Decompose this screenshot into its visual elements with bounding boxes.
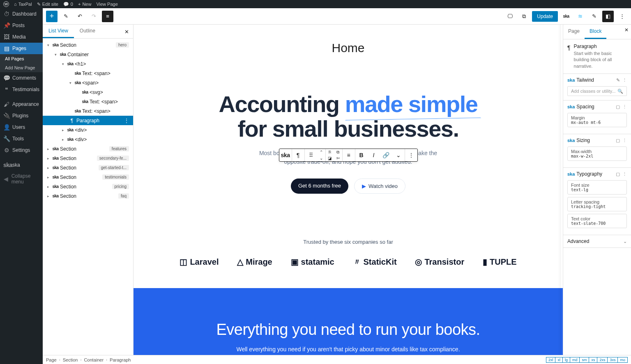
- undo-button[interactable]: ↶: [74, 11, 85, 22]
- listview-toggle-button[interactable]: ≡: [102, 11, 113, 22]
- tree-section-testimonials[interactable]: ▸skaSectiontestimonials: [43, 172, 133, 182]
- add-block-button[interactable]: +: [46, 11, 58, 22]
- menu-tools[interactable]: 🔧Tools: [0, 133, 43, 144]
- toolbar-copy[interactable]: ⎘: [326, 149, 334, 155]
- reset-icon[interactable]: ▢: [616, 104, 620, 110]
- page-title[interactable]: Home: [158, 41, 538, 55]
- ska-topbar-icon[interactable]: ska: [560, 11, 572, 22]
- menu-posts[interactable]: 📌Posts: [0, 20, 43, 31]
- tree-text-span-1[interactable]: skaText: <span>: [43, 69, 133, 78]
- comments-count[interactable]: 💬0: [63, 2, 73, 7]
- cta-secondary-button[interactable]: ▶Watch video: [354, 179, 405, 194]
- bc-container[interactable]: Container: [84, 357, 104, 362]
- edit-tool-button[interactable]: ✎: [60, 11, 71, 22]
- textcolor-prop[interactable]: Text colortext-slate-700: [567, 214, 627, 228]
- tab-listview[interactable]: List View: [43, 25, 74, 38]
- tab-block[interactable]: Block: [585, 25, 606, 39]
- reset-icon[interactable]: ▢: [616, 138, 620, 143]
- toolbar-move-down[interactable]: ⌄: [317, 155, 325, 161]
- view-page[interactable]: View Page: [96, 2, 117, 7]
- features-title[interactable]: Everything you need to run your books.: [158, 321, 538, 339]
- more-icon[interactable]: ⋮: [622, 78, 627, 83]
- options-button[interactable]: ⋮: [616, 11, 628, 22]
- tree-container[interactable]: ▾skaContainer: [43, 50, 133, 59]
- tree-row-options[interactable]: ⋮: [122, 118, 131, 124]
- menu-settings[interactable]: ⚙Settings: [0, 144, 43, 156]
- add-classes-input[interactable]: Add classes or utility...🔍: [567, 86, 627, 96]
- submenu-add-new[interactable]: Add New Page: [0, 63, 43, 72]
- bp-sm[interactable]: sm: [580, 357, 589, 362]
- menu-comments[interactable]: 💬Comments: [0, 72, 43, 84]
- bp-lg[interactable]: lg: [563, 357, 570, 362]
- tree-svg[interactable]: ska<svg>: [43, 87, 133, 97]
- more-icon[interactable]: ⋮: [622, 138, 627, 143]
- tree-section-faq[interactable]: ▸skaSectionfaq: [43, 191, 133, 201]
- editor-canvas[interactable]: Home Accounting made simple for small bu…: [134, 25, 563, 364]
- settings-close-button[interactable]: ✕: [624, 27, 629, 33]
- tree-text-span-3[interactable]: skaText: <span>: [43, 106, 133, 116]
- update-button[interactable]: Update: [532, 11, 558, 22]
- menu-plugins[interactable]: 🔌Plugins: [0, 110, 43, 121]
- submenu-all-pages[interactable]: All Pages: [0, 54, 43, 63]
- panel-advanced[interactable]: Advanced⌄: [563, 235, 631, 248]
- bp-md[interactable]: md: [570, 357, 580, 362]
- toolbar-duplicate[interactable]: ⧉: [334, 149, 342, 155]
- tree-paragraph[interactable]: ¶Paragraph⋮: [43, 116, 133, 125]
- new-content[interactable]: +New: [78, 2, 91, 7]
- redo-button[interactable]: ↷: [88, 11, 99, 22]
- bp-2xl[interactable]: 2xl: [546, 357, 556, 362]
- tree-h1[interactable]: ▾ska<h1>: [43, 59, 133, 69]
- toolbar-paragraph-icon[interactable]: ¶: [292, 149, 304, 161]
- toolbar-drag[interactable]: ⠿: [305, 149, 317, 161]
- tree-section-secondary[interactable]: ▸skaSectionsecondary-fe...: [43, 153, 133, 163]
- tree-section-hero[interactable]: ▾skaSectionhero: [43, 40, 133, 50]
- toolbar-italic[interactable]: I: [368, 149, 380, 161]
- menu-appearance[interactable]: 🖌Appearance: [0, 98, 43, 110]
- tree-div-2[interactable]: ▸ska<div>: [43, 135, 133, 144]
- hero-title[interactable]: Accounting made simple for small busines…: [158, 92, 538, 142]
- menu-users[interactable]: 👤Users: [0, 121, 43, 133]
- reset-icon[interactable]: ▢: [616, 172, 620, 177]
- toolbar-cut[interactable]: ✄: [334, 155, 342, 161]
- bc-page[interactable]: Page: [46, 357, 57, 362]
- bc-paragraph[interactable]: Paragraph: [110, 357, 131, 362]
- letterspacing-prop[interactable]: Letter spacingtracking-tight: [567, 197, 627, 211]
- menu-dashboard[interactable]: ⏱Dashboard: [0, 8, 43, 20]
- tree-span[interactable]: ▾ska<span>: [43, 78, 133, 87]
- tree-section-pricing[interactable]: ▸skaSectionpricing: [43, 182, 133, 191]
- toolbar-paste[interactable]: ◪: [326, 155, 334, 161]
- maxwidth-prop[interactable]: Max-widthmax-w-2xl: [567, 147, 627, 161]
- bp-2xs[interactable]: 2xs: [597, 357, 608, 362]
- tree-section-features[interactable]: ▸skaSectionfeatures: [43, 144, 133, 153]
- settings-toggle-button[interactable]: ◧: [602, 11, 614, 22]
- bp-3xs[interactable]: 3xs: [608, 357, 618, 362]
- toolbar-options[interactable]: ⋮: [405, 149, 417, 161]
- menu-media[interactable]: 🖾Media: [0, 31, 43, 43]
- site-name[interactable]: ⌂TaxPal: [14, 2, 32, 7]
- bc-section[interactable]: Section: [63, 357, 78, 362]
- more-icon[interactable]: ⋮: [622, 104, 627, 110]
- menu-collapse[interactable]: ◀Collapse menu: [0, 171, 43, 187]
- listview-close-button[interactable]: ✕: [123, 27, 131, 37]
- bp-xs[interactable]: xs: [589, 357, 597, 362]
- margin-prop[interactable]: Marginmx-auto mt-6: [567, 113, 627, 127]
- menu-testimonials[interactable]: ❝Testimonials: [0, 84, 43, 95]
- toolbar-more-rich[interactable]: ⌄: [392, 149, 405, 161]
- device-preview-button[interactable]: 🖵: [504, 11, 516, 22]
- wp-logo[interactable]: W: [3, 1, 9, 7]
- more-icon[interactable]: ⋮: [622, 172, 627, 177]
- bp-mo[interactable]: mo: [618, 357, 627, 362]
- tree-text-span-2[interactable]: skaText: <span>: [43, 97, 133, 106]
- toolbar-align[interactable]: ≡: [343, 149, 355, 161]
- toolbar-move-up[interactable]: ⌃: [317, 149, 325, 155]
- bp-xl[interactable]: xl: [555, 357, 563, 362]
- toolbar-link[interactable]: 🔗: [380, 149, 392, 161]
- view-link-button[interactable]: ⧉: [518, 11, 530, 22]
- features-sub[interactable]: Well everything you need if you aren't t…: [158, 346, 538, 353]
- tab-outline[interactable]: Outline: [74, 25, 101, 38]
- toolbar-bold[interactable]: B: [355, 149, 368, 161]
- edit-icon[interactable]: ✎: [616, 78, 620, 83]
- tree-section-getstarted[interactable]: ▸skaSectionget-started-t...: [43, 163, 133, 172]
- tree-div-1[interactable]: ▸ska<div>: [43, 125, 133, 135]
- fontsize-prop[interactable]: Font sizetext-lg: [567, 180, 627, 195]
